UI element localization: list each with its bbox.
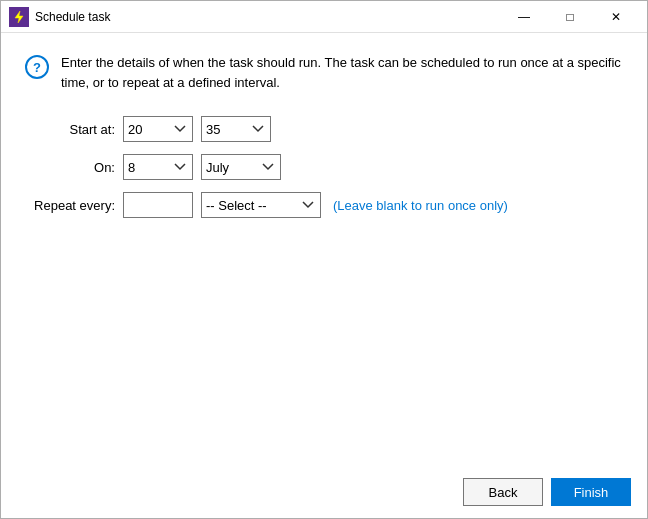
form-area: Start at: 20 012 345 678 91011 121314 15… bbox=[25, 116, 623, 218]
month-select[interactable]: July JanuaryFebruary MarchApril MayJune … bbox=[201, 154, 281, 180]
leave-blank-text: (Leave blank to run once only) bbox=[333, 198, 508, 213]
info-icon: ? bbox=[25, 55, 49, 79]
repeat-interval-input[interactable] bbox=[123, 192, 193, 218]
content-area: ? Enter the details of when the task sho… bbox=[1, 33, 647, 466]
start-at-row: Start at: 20 012 345 678 91011 121314 15… bbox=[25, 116, 623, 142]
schedule-task-window: Schedule task — □ ✕ ? Enter the details … bbox=[0, 0, 648, 519]
minute-select[interactable]: 35 0510 152025 304045 5055 bbox=[201, 116, 271, 142]
close-button[interactable]: ✕ bbox=[593, 1, 639, 33]
svg-marker-0 bbox=[15, 11, 23, 23]
info-row: ? Enter the details of when the task sho… bbox=[25, 53, 623, 92]
finish-button[interactable]: Finish bbox=[551, 478, 631, 506]
hour-select[interactable]: 20 012 345 678 91011 121314 151617 1819 … bbox=[123, 116, 193, 142]
start-at-label: Start at: bbox=[25, 122, 115, 137]
interval-unit-select[interactable]: -- Select -- Minutes Hours Days Weeks Mo… bbox=[201, 192, 321, 218]
day-select[interactable]: 8 123 456 7910 111213 141516 171819 2021… bbox=[123, 154, 193, 180]
on-label: On: bbox=[25, 160, 115, 175]
repeat-label: Repeat every: bbox=[25, 198, 115, 213]
maximize-button[interactable]: □ bbox=[547, 1, 593, 33]
title-bar: Schedule task — □ ✕ bbox=[1, 1, 647, 33]
minimize-button[interactable]: — bbox=[501, 1, 547, 33]
on-row: On: 8 123 456 7910 111213 141516 171819 … bbox=[25, 154, 623, 180]
footer: Back Finish bbox=[1, 466, 647, 518]
repeat-row: Repeat every: -- Select -- Minutes Hours… bbox=[25, 192, 623, 218]
window-title: Schedule task bbox=[35, 10, 501, 24]
window-icon bbox=[9, 7, 29, 27]
title-controls: — □ ✕ bbox=[501, 1, 639, 33]
back-button[interactable]: Back bbox=[463, 478, 543, 506]
info-text: Enter the details of when the task shoul… bbox=[61, 53, 623, 92]
